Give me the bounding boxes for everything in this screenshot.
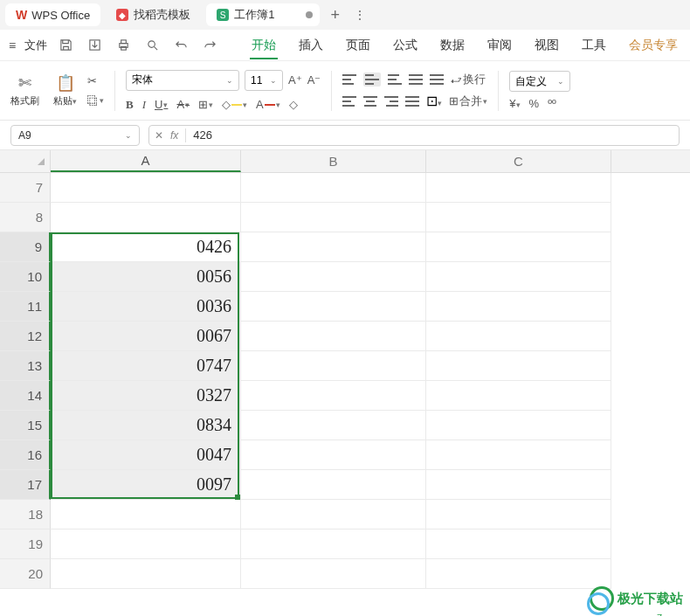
row-header[interactable]: 19	[0, 529, 51, 559]
underline-button[interactable]: U▾	[155, 98, 168, 111]
tab-close-icon[interactable]	[306, 11, 313, 18]
column-header-a[interactable]: A	[51, 150, 241, 172]
cell[interactable]: 0056	[51, 262, 241, 292]
fill-color-button[interactable]: ◇▾	[222, 98, 247, 111]
merge-cells-button[interactable]: ⊞ 合并▾	[449, 93, 487, 109]
bold-button[interactable]: B	[126, 98, 134, 112]
cell[interactable]	[241, 232, 426, 262]
cell[interactable]	[426, 559, 611, 589]
file-menu[interactable]: 文件	[24, 38, 47, 53]
indent-increase-icon[interactable]	[430, 74, 444, 85]
cell[interactable]	[241, 440, 426, 470]
percent-button[interactable]: %	[529, 97, 540, 110]
cell[interactable]	[51, 500, 241, 529]
cell[interactable]	[426, 351, 611, 381]
row-header[interactable]: 16	[0, 440, 51, 470]
row-header[interactable]: 18	[0, 500, 51, 529]
align-middle-icon[interactable]	[363, 73, 381, 87]
align-right-icon[interactable]	[384, 96, 398, 107]
align-center-icon[interactable]	[363, 96, 377, 107]
cell[interactable]	[241, 411, 426, 440]
cell[interactable]	[51, 529, 241, 559]
cell[interactable]	[426, 529, 611, 559]
font-size-select[interactable]: 11 ⌄	[245, 70, 283, 91]
align-left-icon[interactable]	[342, 96, 356, 107]
strikethrough-button[interactable]: A▾	[176, 98, 190, 111]
cell[interactable]	[426, 232, 611, 262]
new-tab-button[interactable]: +	[325, 6, 345, 24]
app-tab-wps[interactable]: W WPS Office	[5, 3, 100, 26]
tab-overflow-button[interactable]: ⋮	[350, 8, 369, 22]
cancel-formula-icon[interactable]: ✕	[155, 129, 163, 142]
app-tab-workbook[interactable]: S 工作簿1	[206, 3, 320, 26]
cell[interactable]	[51, 173, 241, 203]
cell[interactable]	[51, 203, 241, 232]
formula-input[interactable]: ✕ fx 426	[148, 125, 680, 146]
paste-button[interactable]: 📋 粘贴▾	[50, 72, 80, 109]
align-top-icon[interactable]	[342, 74, 356, 85]
tab-home[interactable]: 开始	[250, 32, 278, 59]
cell[interactable]	[426, 411, 611, 440]
tab-review[interactable]: 审阅	[486, 32, 514, 59]
cell[interactable]	[426, 322, 611, 351]
row-header[interactable]: 20	[0, 559, 51, 589]
row-header[interactable]: 10	[0, 262, 51, 292]
cell[interactable]	[241, 203, 426, 232]
menu-hamburger-icon[interactable]: ≡	[9, 38, 16, 52]
cell[interactable]	[241, 500, 426, 529]
cell[interactable]	[241, 292, 426, 322]
cell[interactable]	[426, 203, 611, 232]
cell[interactable]	[241, 381, 426, 411]
format-painter-button[interactable]: ✄ 格式刷	[7, 72, 43, 109]
print-icon[interactable]	[114, 37, 134, 53]
cell[interactable]	[241, 351, 426, 381]
cell[interactable]: 0747	[51, 351, 241, 381]
app-tab-template[interactable]: ◆ 找稻壳模板	[106, 3, 201, 26]
spreadsheet-grid[interactable]: A B C 7890426100056110036120067130747140…	[0, 150, 690, 589]
row-header[interactable]: 13	[0, 351, 51, 381]
tab-page[interactable]: 页面	[344, 32, 372, 59]
cell[interactable]: 0834	[51, 411, 241, 440]
cell[interactable]: 0047	[51, 440, 241, 470]
tab-data[interactable]: 数据	[438, 32, 466, 59]
cell[interactable]	[51, 559, 241, 589]
cell[interactable]	[426, 470, 611, 500]
column-header-b[interactable]: B	[241, 150, 426, 172]
row-header[interactable]: 7	[0, 173, 51, 203]
save-icon[interactable]	[56, 37, 76, 53]
currency-button[interactable]: ¥▾	[509, 97, 520, 110]
number-format-select[interactable]: 自定义 ⌄	[509, 71, 570, 92]
clear-format-button[interactable]: ◇	[289, 98, 298, 111]
tab-vip[interactable]: 会员专享	[627, 32, 680, 59]
row-header[interactable]: 8	[0, 203, 51, 232]
column-header-c[interactable]: C	[426, 150, 611, 172]
cell[interactable]	[426, 381, 611, 411]
font-color-button[interactable]: A▾	[256, 98, 280, 111]
indent-decrease-icon[interactable]	[409, 74, 423, 85]
cell[interactable]	[426, 292, 611, 322]
cell[interactable]: 0426	[51, 232, 241, 262]
row-header[interactable]: 12	[0, 322, 51, 351]
redo-icon[interactable]	[200, 37, 220, 53]
cell[interactable]	[241, 559, 426, 589]
cell[interactable]	[426, 500, 611, 529]
tab-insert[interactable]: 插入	[297, 32, 325, 59]
copy-icon[interactable]: ⿻▾	[87, 94, 104, 107]
row-header[interactable]: 17	[0, 470, 51, 500]
cell[interactable]	[426, 262, 611, 292]
name-box[interactable]: A9 ⌄	[10, 125, 140, 146]
row-header[interactable]: 14	[0, 381, 51, 411]
undo-icon[interactable]	[171, 37, 191, 53]
cell[interactable]	[426, 440, 611, 470]
borders-button[interactable]: ⊞▾	[198, 98, 213, 111]
cell[interactable]: 0067	[51, 322, 241, 351]
font-name-select[interactable]: 宋体 ⌄	[126, 70, 239, 91]
row-header[interactable]: 11	[0, 292, 51, 322]
cell[interactable]	[241, 470, 426, 500]
cut-icon[interactable]: ✂	[87, 74, 104, 87]
cell[interactable]: 0097	[51, 470, 241, 500]
italic-button[interactable]: I	[142, 98, 146, 112]
align-bottom-icon[interactable]	[388, 74, 402, 85]
select-all-corner[interactable]	[0, 150, 51, 172]
increase-font-icon[interactable]: A⁺	[288, 73, 302, 87]
